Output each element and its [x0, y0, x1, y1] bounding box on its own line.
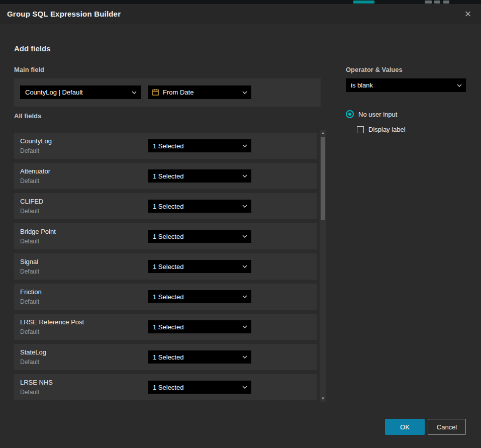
field-selected-value: 1 Selected	[153, 323, 183, 331]
background-clipped-ui	[353, 1, 374, 4]
group-sql-expression-builder-dialog: Group SQL Expression Builder × Add field…	[0, 4, 481, 448]
vertical-divider	[333, 66, 333, 402]
display-label-checkbox[interactable]	[357, 126, 364, 133]
field-selected-dropdown[interactable]: 1 Selected	[148, 350, 251, 364]
operator-dropdown[interactable]: is blank	[346, 78, 466, 92]
field-row: LRSE NHS Default 1 Selected	[14, 374, 317, 400]
field-row: StateLog Default 1 Selected	[14, 344, 317, 370]
layer-dropdown[interactable]: CountyLog | Default	[20, 85, 141, 99]
field-selected-value: 1 Selected	[153, 293, 183, 301]
background-clipped-ui	[443, 1, 449, 4]
chevron-down-icon	[242, 174, 247, 177]
scroll-down-arrow-icon[interactable]: ▼	[320, 396, 326, 401]
field-selected-value: 1 Selected	[153, 263, 183, 271]
no-user-input-label: No user input	[358, 111, 397, 118]
chevron-down-icon	[242, 295, 247, 298]
operator-dropdown-value: is blank	[351, 81, 373, 89]
field-selected-dropdown[interactable]: 1 Selected	[148, 320, 251, 333]
field-row: Attenuator Default 1 Selected	[14, 163, 317, 189]
calendar-icon	[152, 88, 159, 96]
display-label-label: Display label	[368, 126, 406, 133]
display-label-option[interactable]: Display label	[357, 126, 406, 133]
dialog-header: Group SQL Expression Builder ×	[0, 4, 481, 24]
chevron-down-icon	[242, 205, 247, 208]
main-field-panel: CountyLog | Default From Date	[14, 78, 321, 107]
chevron-down-icon	[242, 386, 247, 389]
chevron-down-icon	[242, 235, 247, 238]
field-selected-dropdown[interactable]: 1 Selected	[148, 290, 251, 303]
field-selected-value: 1 Selected	[153, 233, 183, 240]
field-row: Friction Default 1 Selected	[14, 284, 317, 310]
chevron-down-icon	[242, 91, 247, 94]
field-selected-value: 1 Selected	[153, 203, 183, 210]
all-fields-list: CountyLog Default 1 Selected Attenuator …	[14, 133, 317, 404]
scroll-up-arrow-icon[interactable]: ▲	[320, 131, 326, 136]
field-row: CountyLog Default 1 Selected	[14, 133, 317, 159]
field-selected-dropdown[interactable]: 1 Selected	[148, 260, 251, 273]
layer-dropdown-value: CountyLog | Default	[25, 88, 83, 96]
ok-button[interactable]: OK	[385, 419, 425, 435]
dialog-title: Group SQL Expression Builder	[7, 10, 121, 18]
chevron-down-icon	[242, 265, 247, 268]
date-field-dropdown[interactable]: From Date	[148, 85, 251, 99]
close-icon[interactable]: ×	[462, 8, 474, 20]
background-clipped-ui	[434, 1, 440, 4]
fields-list-scrollbar[interactable]: ▲ ▼	[320, 130, 326, 402]
field-selected-value: 1 Selected	[153, 384, 183, 391]
field-row: Bridge Point Default 1 Selected	[14, 223, 317, 249]
field-row: Signal Default 1 Selected	[14, 253, 317, 280]
add-fields-heading: Add fields	[14, 44, 51, 53]
field-selected-dropdown[interactable]: 1 Selected	[148, 139, 251, 152]
no-user-input-radio[interactable]	[346, 110, 354, 118]
chevron-down-icon	[242, 355, 247, 359]
field-selected-value: 1 Selected	[153, 172, 183, 180]
field-selected-dropdown[interactable]: 1 Selected	[148, 230, 251, 243]
chevron-down-icon	[457, 84, 462, 87]
all-fields-label: All fields	[14, 112, 41, 120]
cancel-button[interactable]: Cancel	[428, 419, 466, 435]
main-field-label: Main field	[14, 66, 44, 73]
no-user-input-option[interactable]: No user input	[346, 110, 397, 118]
field-row: LRSE Reference Post Default 1 Selected	[14, 314, 317, 340]
field-selected-value: 1 Selected	[153, 142, 183, 150]
scrollbar-thumb[interactable]	[321, 137, 325, 220]
operator-values-label: Operator & Values	[346, 66, 403, 73]
field-selected-value: 1 Selected	[153, 353, 183, 361]
date-field-dropdown-value: From Date	[163, 88, 194, 96]
field-selected-dropdown[interactable]: 1 Selected	[148, 169, 251, 183]
chevron-down-icon	[242, 144, 247, 147]
field-selected-dropdown[interactable]: 1 Selected	[148, 381, 251, 394]
background-clipped-ui	[425, 1, 432, 4]
field-row: CLIFED Default 1 Selected	[14, 193, 317, 219]
chevron-down-icon	[132, 91, 137, 94]
field-selected-dropdown[interactable]: 1 Selected	[148, 200, 251, 213]
screen: Group SQL Expression Builder × Add field…	[0, 0, 481, 448]
chevron-down-icon	[242, 325, 247, 328]
